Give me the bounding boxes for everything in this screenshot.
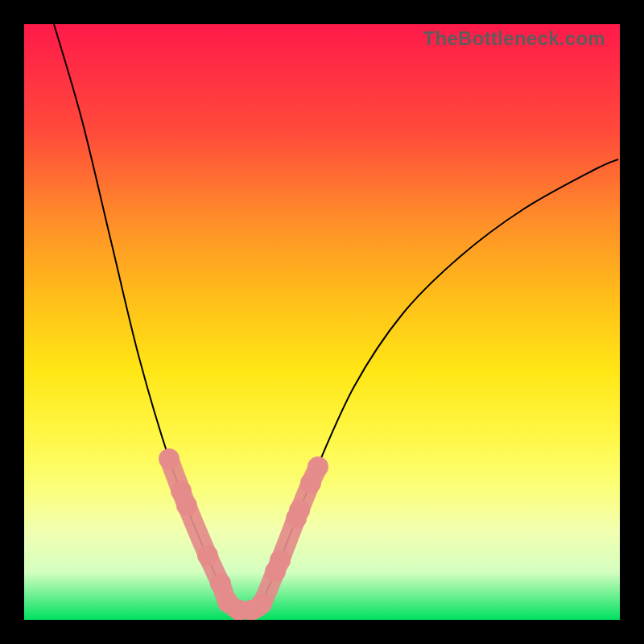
marker-dot	[300, 473, 321, 493]
marker-dot	[210, 573, 231, 594]
marker-dot	[270, 550, 291, 571]
curve-layer	[24, 24, 620, 620]
marker-dot	[241, 600, 262, 620]
marker-band-left	[169, 459, 239, 610]
plot-area: TheBottleneck.com	[24, 24, 620, 620]
bottleneck-curve-left	[54, 24, 228, 604]
marker-band-right	[251, 467, 318, 610]
marker-dot	[251, 593, 272, 614]
bottleneck-valley-floor	[228, 604, 262, 611]
chart-frame: TheBottleneck.com	[0, 0, 644, 644]
marker-dot	[229, 600, 250, 620]
marker-dots-right	[241, 456, 328, 620]
marker-dot	[265, 561, 286, 582]
bottleneck-curve-right	[262, 159, 618, 604]
marker-dot	[197, 545, 218, 566]
marker-dot	[286, 508, 307, 529]
marker-dot	[308, 456, 328, 477]
watermark-label: TheBottleneck.com	[423, 27, 605, 50]
marker-dot	[217, 592, 238, 613]
marker-dot	[289, 500, 310, 521]
marker-dots-left	[159, 448, 250, 620]
marker-dot	[176, 495, 197, 516]
marker-dot	[159, 448, 180, 469]
marker-dot	[171, 481, 192, 502]
